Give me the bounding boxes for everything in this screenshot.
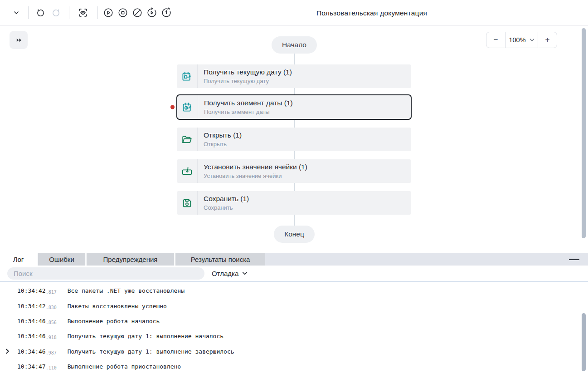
log-list: 10:34:42.817 Все пакеты .NET уже восстан… — [0, 282, 588, 374]
node-title: Установить значение ячейки (1) — [204, 163, 307, 171]
log-scrollbar[interactable] — [582, 313, 586, 371]
log-ms: .918 — [46, 335, 57, 340]
node-subtitle: Получить текущую дату — [204, 78, 292, 84]
page-title: Пользовательская документация — [316, 0, 427, 26]
breakpoint-icon[interactable] — [170, 105, 175, 109]
log-time: 10:34:42 — [17, 303, 46, 310]
canvas-scrollbar[interactable] — [582, 28, 586, 238]
log-row[interactable]: 10:34:46.856 Выполнение робота началось — [0, 314, 588, 329]
chevron-right-icon[interactable] — [5, 349, 17, 354]
flow-start-node[interactable]: Начало — [272, 36, 317, 54]
node-title: Сохранить (1) — [204, 195, 249, 203]
restart-run-icon — [146, 7, 157, 18]
minimize-panel-button[interactable] — [569, 259, 579, 260]
log-message: Получить текущую дату 1: выполнение нача… — [68, 333, 224, 340]
log-row[interactable]: 10:34:42.830 Пакеты восстановлены успешн… — [0, 298, 588, 313]
zoom-in-button[interactable]: + — [538, 32, 557, 48]
zoom-control: − 100% + — [486, 32, 557, 48]
run-icon — [103, 7, 114, 18]
flow-node-get-date-element[interactable]: Получить элемент даты (1) Получить элеме… — [176, 94, 412, 120]
element-picker-icon — [78, 7, 88, 18]
run-button[interactable] — [101, 5, 116, 20]
top-toolbar: Пользовательская документация — [0, 0, 588, 26]
search-input[interactable] — [7, 267, 204, 280]
undo-button[interactable] — [33, 5, 48, 20]
log-row[interactable]: 10:34:47.110 Выполнение робота приостано… — [0, 359, 588, 374]
step-one-button[interactable] — [159, 5, 174, 20]
node-text: Получить текущую дату (1) Получить текущ… — [198, 64, 292, 88]
log-level-label: Отладка — [212, 270, 238, 277]
toolbar-divider — [28, 6, 29, 19]
log-ms: .110 — [46, 365, 57, 370]
block-button[interactable] — [130, 5, 145, 20]
log-ms: .987 — [46, 350, 57, 355]
node-title: Открыть (1) — [204, 131, 242, 139]
node-subtitle: Открыть — [204, 141, 242, 148]
save-icon — [177, 191, 198, 215]
chevron-down-icon — [242, 271, 248, 276]
expand-panel-icon — [15, 37, 23, 43]
node-title: Получить текущую дату (1) — [204, 68, 292, 76]
log-time: 10:34:46 — [17, 348, 46, 355]
log-message: Выполнение робота началось — [68, 318, 160, 325]
node-text: Установить значение ячейки (1) Установит… — [198, 159, 307, 183]
log-time: 10:34:46 — [17, 318, 46, 325]
node-title: Получить элемент даты (1) — [204, 99, 293, 107]
chevron-down-icon — [12, 9, 20, 17]
calendar-export-icon — [177, 64, 198, 88]
zoom-out-button[interactable]: − — [486, 32, 505, 48]
toolbar-menu-button[interactable] — [9, 5, 24, 20]
zoom-level-dropdown[interactable]: 100% — [505, 32, 538, 48]
log-message: Все пакеты .NET уже восстановлены — [68, 287, 185, 294]
tab-search-results[interactable]: Результаты поиска — [175, 253, 265, 266]
log-time: 10:34:42 — [17, 287, 46, 294]
flow-node-open[interactable]: Открыть (1) Открыть — [177, 128, 411, 151]
log-search-row: Отладка — [0, 266, 588, 282]
calendar-element-icon — [177, 95, 198, 119]
toolbar-divider — [69, 6, 69, 19]
redo-icon — [51, 8, 61, 18]
node-text: Сохранить (1) Сохранить — [198, 191, 249, 215]
tab-warnings[interactable]: Предупреждения — [87, 253, 174, 266]
undo-icon — [35, 8, 46, 18]
expand-panel-button[interactable] — [10, 31, 28, 49]
log-row[interactable]: 10:34:46.987 Получить текущую дату 1: вы… — [0, 344, 588, 359]
node-subtitle: Установить значение ячейки — [204, 172, 307, 179]
node-text: Открыть (1) Открыть — [198, 128, 242, 151]
flow-node-get-current-date[interactable]: Получить текущую дату (1) Получить текущ… — [177, 64, 411, 88]
log-ms: .856 — [46, 320, 57, 325]
flow-node-save[interactable]: Сохранить (1) Сохранить — [177, 191, 411, 215]
log-row[interactable]: 10:34:46.918 Получить текущую дату 1: вы… — [0, 329, 588, 344]
log-level-dropdown[interactable]: Отладка — [209, 266, 250, 281]
block-icon — [132, 7, 143, 18]
node-text: Получить элемент даты (1) Получить элеме… — [198, 95, 293, 119]
log-row[interactable]: 10:34:42.817 Все пакеты .NET уже восстан… — [0, 283, 588, 298]
tab-errors[interactable]: Ошибки — [38, 253, 85, 266]
log-message: Выполнение робота приостановлено — [68, 363, 181, 370]
chevron-down-icon — [530, 38, 535, 42]
flow-end-node[interactable]: Конец — [274, 226, 315, 243]
workflow-canvas: − 100% + Начало Получить текущую дату (1… — [0, 26, 588, 253]
log-message: Получить текущую дату 1: выполнение заве… — [68, 348, 234, 355]
stop-icon — [117, 7, 128, 18]
restart-run-button[interactable] — [145, 5, 159, 20]
node-subtitle: Получить элемент даты — [204, 108, 293, 115]
tabs: Лог Ошибки Предупреждения Результаты пои… — [0, 253, 265, 266]
zoom-level-value: 100% — [509, 36, 525, 44]
log-message: Пакеты восстановлены успешно — [68, 303, 167, 310]
redo-button[interactable] — [49, 5, 63, 20]
toolbar-divider — [97, 6, 98, 19]
step-one-icon — [161, 7, 172, 18]
log-time: 10:34:47 — [17, 363, 46, 370]
folder-open-icon — [177, 128, 198, 151]
cell-set-icon — [177, 159, 198, 183]
bottom-panel-tabstrip: Лог Ошибки Предупреждения Результаты пои… — [0, 253, 588, 266]
element-picker-button[interactable] — [76, 5, 90, 20]
log-ms: .817 — [46, 290, 57, 295]
tab-log[interactable]: Лог — [0, 253, 37, 266]
log-ms: .830 — [46, 305, 57, 310]
flow-node-set-cell-value[interactable]: Установить значение ячейки (1) Установит… — [177, 159, 411, 183]
log-time: 10:34:46 — [17, 333, 46, 340]
node-subtitle: Сохранить — [204, 204, 249, 211]
stop-button[interactable] — [116, 5, 130, 20]
